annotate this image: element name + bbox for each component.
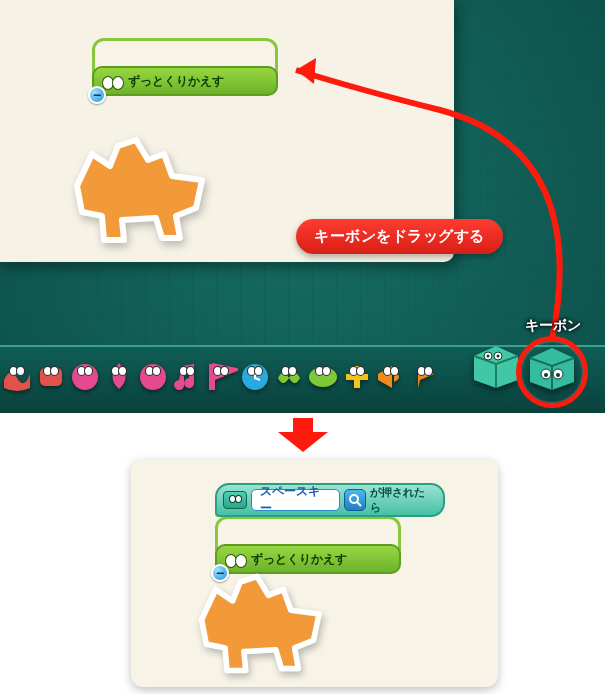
tutorial-step-before: ずっとくりかえす − キーボンをドラッグする キーボン	[0, 0, 605, 415]
toolbar-item-megaphone[interactable]	[374, 360, 408, 392]
toolbar-item-note[interactable]	[170, 360, 204, 392]
kibon-name-label: キーボン	[525, 317, 581, 335]
toolbar-item-cube-1[interactable]	[466, 342, 524, 390]
step-arrow-icon	[278, 418, 328, 452]
eyes-icon	[102, 76, 124, 90]
svg-point-7	[487, 355, 490, 358]
key-name-field[interactable]: スペースキー	[251, 489, 340, 511]
repeat-label: ずっとくりかえす	[128, 73, 224, 90]
tutorial-step-after: スペースキー が押されたら ずっとくりかえす −	[131, 459, 498, 687]
cube-icon	[223, 491, 247, 509]
key-press-block[interactable]: スペースキー が押されたら	[215, 483, 445, 517]
key-suffix-label: が押されたら	[370, 485, 435, 515]
toolbar-item-infinity[interactable]	[272, 360, 306, 392]
svg-marker-14	[278, 418, 328, 452]
toolbar-item-plus-red[interactable]	[34, 360, 68, 392]
search-key-button[interactable]	[344, 489, 366, 511]
toolbar-item-wave[interactable]	[0, 360, 34, 392]
svg-point-8	[497, 355, 500, 358]
toolbar-item-loop[interactable]	[68, 360, 102, 392]
dog-sprite[interactable]	[178, 554, 338, 676]
remove-block-button[interactable]: −	[88, 86, 106, 104]
toolbar-item-drop[interactable]	[102, 360, 136, 392]
toolbar-item-flag[interactable]	[204, 360, 238, 392]
repeat-block[interactable]: ずっとくりかえす −	[92, 38, 278, 94]
toolbar-item-plus-yellow[interactable]	[340, 360, 374, 392]
toolbar-item-clock[interactable]	[238, 360, 272, 392]
block-title: ずっとくりかえす	[92, 66, 278, 96]
toolbar-item-eye[interactable]	[306, 360, 340, 392]
kibon-highlight-circle	[516, 336, 588, 408]
dog-sprite[interactable]	[52, 116, 222, 246]
drag-instruction-label: キーボンをドラッグする	[296, 219, 503, 254]
search-icon	[348, 493, 362, 507]
svg-line-16	[357, 502, 361, 506]
toolbar-item-swirl[interactable]	[136, 360, 170, 392]
toolbar-item-marker[interactable]	[408, 360, 442, 392]
svg-point-15	[350, 495, 358, 503]
